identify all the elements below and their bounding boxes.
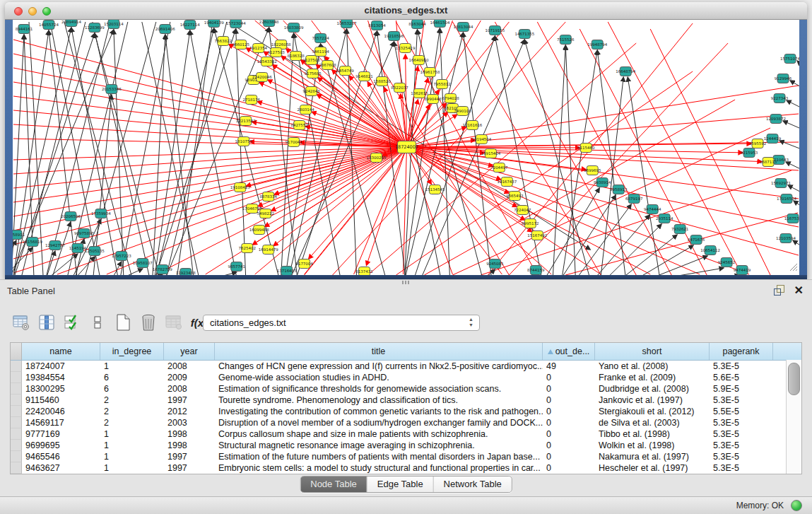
select-stepper-icon: ▲▼ — [469, 317, 473, 328]
cell: 1997 — [164, 451, 215, 462]
cell: 5.3E-5 — [710, 395, 773, 406]
network-view-window: citations_edges.txt 89441611405572420894… — [5, 2, 807, 279]
table-toolbar: f(x) — [11, 311, 208, 334]
row-selection-button[interactable] — [62, 313, 81, 332]
panel-divider[interactable] — [402, 281, 411, 284]
close-panel-icon[interactable]: ✕ — [794, 285, 804, 296]
citation-edge-red — [406, 147, 749, 274]
tab-network-table[interactable]: Network Table — [434, 477, 512, 492]
column-header-out-degree[interactable]: out_de... — [543, 343, 595, 360]
cell: 1997 — [164, 462, 215, 474]
table-options-button[interactable] — [11, 313, 30, 332]
table-row[interactable]: 1872400712008Changes of HCN gene express… — [11, 361, 801, 372]
cell: 0 — [543, 462, 595, 474]
float-panel-icon[interactable] — [774, 285, 784, 296]
cell: 0 — [543, 395, 595, 406]
table-row[interactable]: 946554611997Estimation of the future num… — [11, 451, 801, 462]
cell: 22420046 — [22, 406, 100, 417]
graph-node-label: 8137431 — [355, 269, 372, 274]
table-row[interactable]: 946362711997Embryonic stem cells: a mode… — [11, 462, 801, 474]
cell: Nakamura et al. (1997) — [595, 451, 710, 462]
graph-node-label: 16648794 — [616, 69, 635, 74]
table-row[interactable]: 1456911722003Disruption of a novel membe… — [11, 417, 801, 428]
graph-node-label: 8744159 — [527, 268, 545, 272]
window-title-bar[interactable]: citations_edges.txt — [5, 2, 807, 20]
graph-node-label: 5498222 — [257, 211, 273, 216]
graph-node-label: 8878334 — [259, 194, 277, 199]
cell: Tibbo et al. (1998) — [595, 428, 710, 440]
graph-node-label: 16961758 — [420, 70, 440, 74]
graph-node-label: 16099488 — [249, 228, 269, 232]
delete-table-button-disabled[interactable] — [164, 313, 183, 332]
graph-edge — [124, 269, 143, 275]
graph-node-label: 10958107 — [133, 261, 153, 265]
cell: 9463627 — [22, 462, 100, 474]
graph-edge — [114, 30, 124, 275]
graph-node-label: 16782759 — [153, 267, 172, 271]
delete-column-button[interactable] — [139, 313, 158, 332]
cell: 0 — [543, 451, 595, 462]
column-header-in-degree[interactable]: in_degree — [100, 343, 164, 360]
graph-node-label: 15134545 — [425, 187, 445, 192]
graph-node-label: 13325419 — [396, 46, 416, 50]
graph-node-label: 12103594 — [776, 236, 796, 240]
table-row[interactable]: 969969511998Structural magnetic resonanc… — [11, 440, 801, 451]
graph-node-label: 11923488 — [176, 271, 196, 275]
cell: 9115460 — [22, 395, 100, 406]
network-table-select[interactable]: citations_edges.txt ▲▼ — [203, 315, 480, 331]
column-header-pagerank[interactable]: pagerank — [710, 343, 773, 360]
cell: Jankovic et al. (1997) — [595, 395, 710, 406]
table-row[interactable]: 911546021997Tourette syndrome. Phenomeno… — [11, 395, 801, 406]
table-row[interactable]: 1830029562008Estimation of significance … — [11, 383, 801, 395]
cell: 1 — [100, 451, 164, 462]
graph-node-label: 22420046 — [252, 75, 272, 79]
cell: 5.3E-5 — [710, 361, 773, 372]
table-row[interactable]: 977716911998Corpus callosum shape and si… — [11, 428, 801, 440]
scrollbar-thumb[interactable] — [788, 363, 800, 395]
citation-edge — [167, 22, 227, 275]
graph-node-label: 8813054 — [368, 23, 386, 28]
graph-node-label: 9115460 — [577, 146, 595, 150]
graph-node-label: 7625402 — [238, 246, 255, 250]
network-graph[interactable]: 8944161140557242089491411283699152031142… — [13, 20, 799, 275]
cell: 9465546 — [22, 451, 100, 462]
canvas-resize-grip[interactable] — [790, 264, 797, 271]
table-row[interactable]: 1938455462009Genome-wide association stu… — [11, 372, 801, 383]
graph-node-label: 1362615 — [411, 91, 428, 95]
citation-edge-red — [404, 147, 407, 274]
show-column-button[interactable] — [37, 313, 56, 332]
vertical-scrollbar[interactable] — [786, 360, 801, 474]
row-gutter-cell — [11, 406, 22, 417]
graph-node-label: 17957223 — [112, 254, 131, 258]
cell: 18724007 — [22, 361, 100, 372]
graph-node-label: 19108423 — [230, 185, 250, 189]
cell: 1 — [100, 361, 164, 372]
tab-node-table[interactable]: Node Table — [300, 477, 367, 492]
graph-node-label: 10194504 — [471, 137, 491, 141]
row-gutter-cell — [11, 372, 22, 383]
column-header-short[interactable]: short — [595, 343, 710, 360]
create-column-button[interactable] — [113, 313, 132, 332]
cell: 49 — [543, 361, 595, 372]
cell: 1 — [100, 462, 164, 474]
network-canvas[interactable]: 8944161140557242089491411283699152031142… — [13, 20, 799, 275]
rows-button[interactable] — [88, 313, 107, 332]
column-header-year[interactable]: year — [164, 343, 215, 360]
cell: Estimation of significance thresholds fo… — [215, 383, 543, 395]
graph-node-label: 12093872 — [766, 117, 786, 121]
table-row[interactable]: 2242004622012Investigating the contribut… — [11, 406, 801, 417]
cell: de Silva et al. (2003) — [595, 417, 710, 428]
tab-edge-table[interactable]: Edge Table — [367, 477, 434, 492]
column-header-name[interactable]: name — [22, 343, 100, 360]
graph-edge — [786, 162, 799, 174]
graph-node-label: 7932621 — [671, 227, 688, 231]
graph-node-label: 8944161 — [16, 27, 33, 31]
cell: Hescheler et al. (1997) — [595, 462, 710, 474]
cell: Wolkin et al. (1998) — [595, 440, 710, 451]
citation-edge-red — [537, 22, 671, 275]
graph-node-label: 10167437 — [497, 180, 517, 184]
cell: Estimation of the future numbers of pati… — [215, 451, 543, 462]
column-header-title[interactable]: title — [215, 343, 543, 360]
graph-node-label: 18300295 — [367, 156, 387, 160]
graph-node-label: 10653287 — [337, 21, 357, 25]
